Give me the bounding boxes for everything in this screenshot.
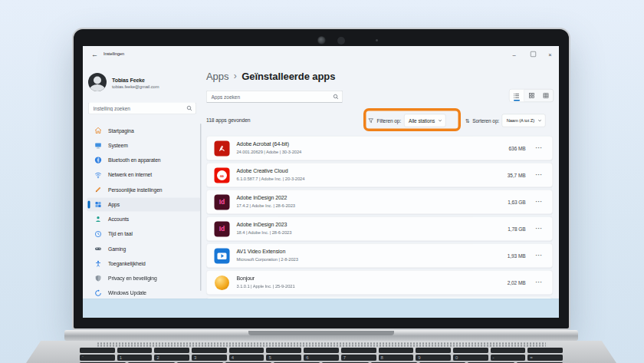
- sidebar-item-bluetooth[interactable]: Bluetooth en apparaten: [87, 153, 201, 167]
- keyboard-key: [416, 348, 451, 353]
- minimize-button[interactable]: –: [507, 48, 521, 60]
- accessibility-icon: [94, 259, 102, 267]
- microphone-dot: [376, 39, 378, 41]
- apps-search-input[interactable]: [206, 91, 343, 103]
- sidebar-item-tijd-en-taal[interactable]: Tijd en taal: [87, 227, 201, 241]
- more-options-button[interactable]: ···: [536, 171, 543, 178]
- keyboard-key: `: [80, 355, 115, 361]
- filter-control: Filteren op: Alle stations: [368, 114, 446, 127]
- keyboard-key: [117, 348, 153, 353]
- creative-cloud-icon: ∞: [215, 168, 230, 183]
- sort-icon: ⇅: [465, 117, 470, 124]
- app-row-bonjour[interactable]: Bonjour 3.1.0.1 | Apple Inc. | 25-9-2021…: [206, 270, 553, 295]
- avatar[interactable]: [88, 73, 107, 91]
- view-switcher: [509, 89, 554, 102]
- sidebar-item-apps[interactable]: Apps: [87, 197, 201, 211]
- app-row-av1-video-extension[interactable]: AV1 Video Extension Microsoft Corporatio…: [206, 243, 553, 268]
- personalization-icon: [94, 186, 102, 193]
- sort-label: Sorteren op:: [472, 117, 499, 124]
- clock-icon: [94, 230, 102, 238]
- sidebar-item-accounts[interactable]: Accounts: [87, 213, 201, 226]
- page-title: Geïnstalleerde apps: [242, 71, 335, 83]
- sidebar-item-startpagina[interactable]: Startpagina: [87, 124, 201, 137]
- table-view-button[interactable]: [539, 90, 554, 102]
- app-row-adobe-acrobat[interactable]: Adobe Acrobat (64-bit) 24.001.20629 | Ad…: [206, 136, 553, 160]
- sidebar-item-toegankelijkheid[interactable]: Toegankelijkheid: [87, 256, 201, 270]
- keyboard-key: [453, 348, 488, 353]
- user-name: Tobias Feeke: [112, 77, 145, 83]
- filter-dropdown[interactable]: Alle stations: [404, 114, 446, 127]
- webcam-lens: [317, 36, 326, 45]
- taskbar: Zoeken: [83, 299, 559, 318]
- filter-label: Filteren op:: [377, 117, 402, 124]
- selected-view-indicator: [514, 100, 520, 101]
- sidebar-scrollbar[interactable]: [200, 124, 202, 291]
- monitor-icon: [94, 141, 102, 149]
- back-button[interactable]: ←: [89, 49, 100, 60]
- update-icon: [94, 289, 102, 297]
- list-view-button[interactable]: [510, 90, 524, 102]
- keyboard-key: 1: [117, 355, 153, 361]
- acrobat-icon: [215, 141, 230, 157]
- app-row-indesign-2022[interactable]: Id Adobe InDesign 2022 17.4.2 | Adobe In…: [206, 190, 553, 214]
- list-view-icon: [514, 92, 521, 99]
- keyboard-key: [192, 348, 227, 353]
- sidebar-item-netwerk[interactable]: Netwerk en internet: [87, 168, 201, 182]
- keyboard-key: 0: [453, 355, 488, 361]
- maximize-button[interactable]: [526, 48, 540, 60]
- breadcrumb-separator: ›: [234, 71, 237, 83]
- shield-icon: [94, 275, 102, 282]
- keyboard-key: 8: [379, 355, 414, 361]
- breadcrumb-apps-link[interactable]: Apps: [206, 71, 228, 83]
- close-button[interactable]: ×: [543, 48, 557, 60]
- keyboard-key: [80, 348, 115, 353]
- more-options-button[interactable]: ···: [536, 279, 543, 285]
- keyboard-key: [154, 348, 189, 353]
- sort-dropdown[interactable]: Naam (A tot Z): [502, 114, 546, 127]
- chevron-down-icon: [537, 118, 542, 123]
- selected-indicator: [88, 200, 90, 208]
- window-title: Instellingen: [104, 51, 124, 56]
- table-view-icon: [543, 93, 549, 99]
- window-titlebar: ← Instellingen – ×: [83, 46, 559, 63]
- breadcrumb: Apps › Geïnstalleerde apps: [206, 71, 335, 83]
- user-email: tobias.feeke@gmail.com: [112, 84, 159, 89]
- indesign-icon: Id: [215, 195, 230, 210]
- search-icon: [186, 105, 192, 111]
- filter-icon: [368, 117, 374, 124]
- apps-icon: [94, 200, 102, 208]
- keyboard-key: [379, 348, 414, 353]
- bonjour-icon: [215, 276, 229, 290]
- installed-apps-list: Adobe Acrobat (64-bit) 24.001.20629 | Ad…: [206, 136, 553, 301]
- keyboard-key: [229, 348, 264, 353]
- sidebar-item-systeem[interactable]: Systeem: [87, 138, 201, 152]
- bluetooth-icon: [94, 157, 102, 164]
- keyboard-rows: `1234567890-=QWERTYUIOP: [80, 348, 563, 363]
- sidebar-item-persoonlijke-instellingen[interactable]: Persoonlijke instellingen: [87, 183, 201, 196]
- more-options-button[interactable]: ···: [536, 225, 543, 232]
- search-icon: [333, 94, 339, 100]
- more-options-button[interactable]: ···: [536, 144, 543, 151]
- grid-view-button[interactable]: [524, 90, 539, 102]
- keyboard-key: [266, 348, 301, 353]
- indesign-icon: Id: [215, 222, 230, 237]
- settings-search-input[interactable]: [88, 103, 196, 114]
- keyboard-key: 4: [229, 355, 264, 361]
- more-options-button[interactable]: ···: [536, 252, 543, 259]
- laptop-hinge: [64, 330, 578, 341]
- more-options-button[interactable]: ···: [536, 198, 543, 205]
- sidebar-item-privacy[interactable]: Privacy en beveiliging: [87, 272, 201, 285]
- sidebar-nav: Startpagina Systeem Bluetooth en apparat…: [87, 124, 201, 301]
- gamepad-icon: [94, 245, 102, 252]
- person-icon: [94, 216, 102, 223]
- keyboard-key: 6: [304, 355, 339, 361]
- app-row-indesign-2023[interactable]: Id Adobe InDesign 2023 18.4 | Adobe Inc.…: [206, 216, 553, 241]
- laptop-keyboard-deck: `1234567890-=QWERTYUIOP: [26, 341, 616, 363]
- keyboard-key: -: [491, 355, 526, 361]
- keyboard-key: [527, 348, 563, 353]
- keyboard-key: 9: [416, 355, 451, 361]
- sort-control: ⇅ Sorteren op: Naam (A tot Z): [465, 114, 546, 127]
- keyboard-key: 2: [154, 355, 189, 361]
- app-row-creative-cloud[interactable]: ∞ Adobe Creative Cloud 6.1.0.587.7 | Ado…: [206, 163, 553, 187]
- sidebar-item-gaming[interactable]: Gaming: [87, 242, 201, 256]
